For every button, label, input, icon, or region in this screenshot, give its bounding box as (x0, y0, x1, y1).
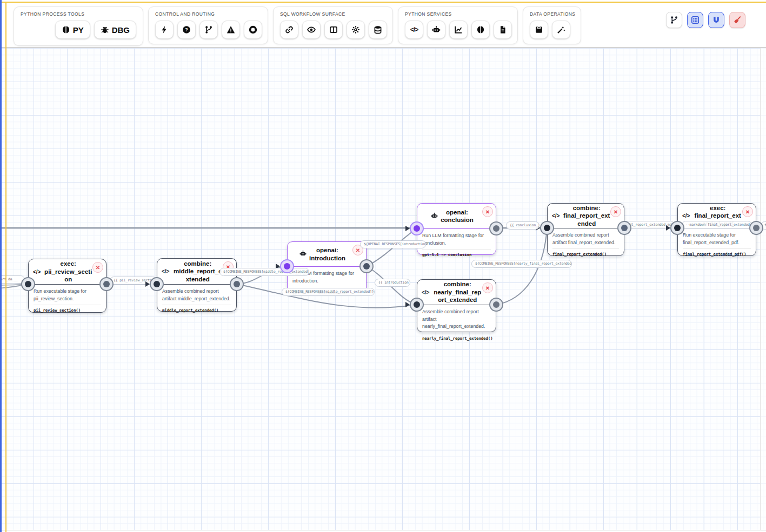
port-in-conclusion[interactable] (410, 221, 424, 235)
gear-icon (351, 25, 360, 34)
tool-group-buttons (280, 21, 387, 39)
save-button[interactable] (530, 21, 548, 39)
node-close-button[interactable]: ✕ (742, 206, 753, 217)
node-conclusion[interactable]: openai: conclusion✕Run LLM formatting st… (417, 203, 496, 255)
branch-icon (204, 25, 213, 34)
port-dot (674, 225, 681, 231)
node-code: nearly_final_report_extended() (422, 336, 491, 341)
grid-icon (691, 16, 700, 24)
database-button[interactable] (369, 21, 387, 39)
selection-frame-left (5, 2, 6, 532)
wand-icon (557, 25, 565, 34)
node-final_report_extended[interactable]: </>combine: final_report_extended✕Assemb… (547, 203, 624, 256)
settings-button[interactable] (347, 21, 365, 39)
tool-group-data-operations: DATA OPERATIONS (523, 6, 581, 44)
node-title: combine: middle_report_extended (172, 260, 223, 283)
node-title: exec: pii_review_section (43, 260, 93, 283)
tool-group-python-services: PYTHON SERVICES</> (398, 6, 518, 44)
node-close-button[interactable]: ✕ (482, 206, 493, 217)
wand-button[interactable] (552, 21, 570, 39)
tool-group-buttons: PYDBG (21, 21, 137, 39)
selection-frame-top (0, 2, 766, 3)
split-circle-icon (476, 25, 485, 34)
button-label: DBG (112, 25, 130, 35)
chart-icon (454, 25, 463, 34)
node-close-button[interactable]: ✕ (610, 206, 621, 217)
columns-button[interactable] (324, 21, 343, 39)
port-in-final_report_extended_pdf[interactable] (670, 221, 684, 235)
node-code: gpt-5.4 -> conclusion (422, 252, 491, 257)
port-out-conclusion[interactable] (489, 221, 503, 235)
node-pii_review_section[interactable]: </>exec: pii_review_section✕Run executab… (28, 259, 106, 313)
run-button[interactable] (155, 21, 174, 39)
edge-label: {{ introduction }} (375, 279, 410, 287)
tool-group-title: DATA OPERATIONS (530, 11, 575, 17)
grid-toggle-button[interactable] (687, 12, 703, 28)
stop-button[interactable] (244, 21, 262, 39)
port-in-middle_report_extended[interactable] (150, 277, 164, 291)
tool-group-title: CONTROL AND ROUTING (155, 11, 262, 17)
node-code: final_report_extended() (552, 252, 619, 257)
node-close-button[interactable]: ✕ (482, 282, 493, 293)
code-icon: </> (33, 269, 41, 275)
port-in-introduction[interactable] (280, 259, 294, 273)
node-code: pii_review_section() (34, 308, 101, 313)
chart-button[interactable] (449, 21, 468, 39)
python-button[interactable]: PY (55, 21, 90, 39)
tool-group-title: PYTHON PROCESS TOOLS (21, 11, 137, 17)
node-middle_report_extended[interactable]: </>combine: middle_report_extended✕Assem… (157, 258, 237, 312)
node-description: Run executable stage for pii_review_sect… (34, 288, 101, 305)
snap-toggle-button[interactable] (708, 12, 724, 28)
code-button[interactable]: </> (405, 21, 423, 39)
tool-group-buttons: </> (405, 21, 512, 39)
node-final_report_extended_pdf[interactable]: </>exec: final_report_extended_pdf✕Run e… (677, 203, 756, 256)
node-code: middle_report_extended() (162, 308, 231, 313)
edge-arrowhead (405, 226, 410, 231)
node-header: openai: introduction✕ (288, 242, 366, 267)
tool-group-buttons: ? (155, 21, 262, 39)
port-in-final_report_extended[interactable] (540, 221, 554, 235)
file-button[interactable] (494, 21, 512, 39)
port-out-introduction[interactable] (359, 259, 374, 273)
debug-button[interactable]: DBG (94, 21, 136, 39)
port-in-nearly_final_report_extended[interactable] (410, 298, 424, 312)
view-controls (666, 12, 745, 28)
tool-group-python-process-tools: PYTHON PROCESS TOOLSPYDBG (14, 6, 143, 46)
node-introduction[interactable]: openai: introduction✕Run LLM formatting … (287, 241, 367, 293)
branch-button[interactable] (199, 21, 218, 39)
clear-canvas-button[interactable] (729, 12, 745, 28)
port-dot (103, 281, 110, 287)
edge-label: ${COMBINE_RESPONSES[nearly_final_report_… (471, 260, 572, 268)
tool-group-control-and-routing: CONTROL AND ROUTING? (148, 6, 268, 44)
node-close-button[interactable]: ✕ (92, 262, 103, 273)
port-dot (284, 263, 290, 270)
port-dot (25, 281, 31, 287)
eye-icon (307, 25, 316, 34)
node-description: Assemble combined report artifact final_… (552, 232, 619, 249)
preview-button[interactable] (302, 21, 321, 39)
port-out-middle_report_extended[interactable] (230, 277, 244, 291)
port-out-final_report_extended[interactable] (617, 221, 631, 235)
node-nearly_final_report_extended[interactable]: </>combine: nearly_final_report_extended… (417, 279, 496, 332)
layout-branch-button[interactable] (666, 12, 682, 28)
code-icon: </> (410, 26, 418, 33)
toolbar-groups: PYTHON PROCESS TOOLSPYDBGCONTROL AND ROU… (14, 6, 581, 46)
edge-arrowhead (666, 225, 670, 231)
port-out-nearly_final_report_extended[interactable] (489, 298, 503, 312)
robot-button[interactable] (427, 21, 445, 39)
edge-label: {{ conclusion }} (506, 221, 539, 230)
help-button[interactable]: ? (177, 21, 196, 39)
workflow-canvas[interactable]: </>exec: pii_review_section✕Run executab… (0, 48, 766, 530)
link-button[interactable] (280, 21, 298, 39)
port-dot (493, 301, 499, 308)
robot-icon (431, 212, 438, 220)
node-description: Assemble combined report artifact nearly… (422, 308, 491, 333)
edge-label: ${OPENAI_RESPONSES[introduction]} (360, 240, 426, 248)
columns-icon (329, 25, 338, 34)
port-out-final_report_extended_pdf[interactable] (749, 221, 763, 235)
port-in-pii_review_section[interactable] (21, 277, 35, 291)
port-out-pii_review_section[interactable] (99, 277, 114, 291)
warning-button[interactable] (222, 21, 240, 39)
port-dot (154, 281, 160, 287)
split-button[interactable] (471, 21, 490, 39)
